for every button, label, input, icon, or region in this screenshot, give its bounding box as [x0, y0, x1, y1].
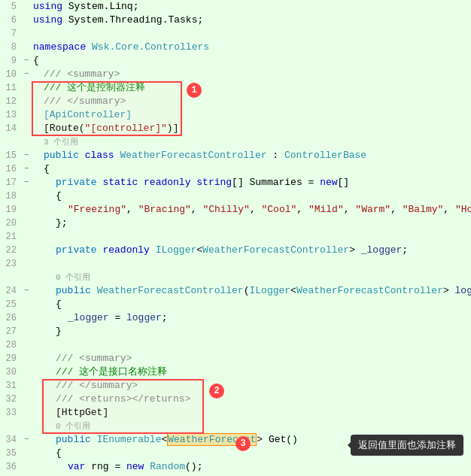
- line-num-15: 15: [0, 149, 21, 162]
- code-line-19: 19 "Freezing", "Bracing", "Chilly", "Coo…: [0, 203, 471, 217]
- code-editor: 1 2 3 返回值里面也添加注释 5 using System.Linq; 6 …: [0, 0, 471, 476]
- fold-9[interactable]: −: [21, 54, 32, 68]
- line-num-18: 18: [0, 189, 21, 203]
- ref-count-row-1: 0 个引用: [0, 420, 471, 433]
- code-line-23: 23: [0, 257, 471, 271]
- code-line-20: 20 };: [0, 217, 471, 230]
- line-num-9: 9: [0, 54, 21, 68]
- line-num-20: 20: [0, 217, 21, 230]
- code-line-13: 13 [ApiController]: [0, 108, 471, 122]
- code-line-32: 32 /// <returns></returns>: [0, 393, 471, 406]
- code-line-33: 33 [HttpGet]: [0, 406, 471, 420]
- line-num-19: 19: [0, 203, 21, 217]
- line-num-5: 5: [0, 0, 21, 14]
- line-num-11: 11: [0, 81, 21, 95]
- line-num-6: 6: [0, 14, 21, 27]
- code-line-22: 22 private readonly ILogger<WeatherForec…: [0, 244, 471, 257]
- line-num-23: 23: [0, 257, 21, 271]
- line-num-10: 10: [0, 68, 21, 81]
- code-line-24: 24 − public WeatherForecastController(IL…: [0, 284, 471, 298]
- fold-24[interactable]: −: [21, 284, 32, 298]
- code-line-26: 26 _logger = logger;: [0, 311, 471, 325]
- line-num-28: 28: [0, 338, 21, 352]
- code-line-17: 17 − private static readonly string[] Su…: [0, 176, 471, 189]
- tooltip-box: 返回值里面也添加注释: [351, 435, 463, 456]
- line-num-25: 25: [0, 298, 21, 311]
- code-line-7: 7: [0, 27, 471, 41]
- code-line-16: 16 − {: [0, 162, 471, 176]
- code-line-12: 12 /// </summary>: [0, 95, 471, 108]
- fold-34[interactable]: −: [21, 433, 32, 447]
- line-num-30: 30: [0, 365, 21, 379]
- code-line-5: 5 using System.Linq;: [0, 0, 471, 14]
- code-line-21: 21: [0, 230, 471, 244]
- line-num-12: 12: [0, 95, 21, 108]
- code-line-11: 11 /// 这个是控制器注释: [0, 81, 471, 95]
- ref-count-row: 3 个引用: [0, 135, 471, 149]
- fold-16[interactable]: −: [21, 162, 32, 176]
- fold-17[interactable]: −: [21, 176, 32, 189]
- line-num-33: 33: [0, 406, 21, 420]
- line-num-34: 34: [0, 433, 21, 447]
- line-num-32: 32: [0, 393, 21, 406]
- fold-10[interactable]: −: [21, 68, 32, 81]
- line-num-35: 35: [0, 447, 21, 460]
- code-line-8: 8 namespace Wsk.Core.Controllers: [0, 41, 471, 54]
- line-num-31: 31: [0, 379, 21, 393]
- code-line-9: 9 − {: [0, 54, 471, 68]
- line-num-27: 27: [0, 325, 21, 338]
- annotation-3: 3: [235, 436, 251, 451]
- line-num-21: 21: [0, 230, 21, 244]
- code-line-31: 31 /// </summary>: [0, 379, 471, 393]
- code-line-18: 18 {: [0, 189, 471, 203]
- code-line-25: 25 {: [0, 298, 471, 311]
- line-num-26: 26: [0, 311, 21, 325]
- line-num-17: 17: [0, 176, 21, 189]
- code-line-36: 36 var rng = new Random();: [0, 460, 471, 474]
- line-num-8: 8: [0, 41, 21, 54]
- code-line-6: 6 using System.Threading.Tasks;: [0, 14, 471, 27]
- line-num-22: 22: [0, 244, 21, 257]
- annotation-2: 2: [209, 384, 224, 399]
- code-line-15: 15 − public class WeatherForecastControl…: [0, 149, 471, 162]
- line-num-13: 13: [0, 108, 21, 122]
- code-line-30: 30 /// 这个是接口名称注释: [0, 365, 471, 379]
- line-num-36: 36: [0, 460, 21, 474]
- line-num-14: 14: [0, 122, 21, 135]
- fold-15[interactable]: −: [21, 149, 32, 162]
- code-line-14: 14 [Route("[controller]")]: [0, 122, 471, 135]
- ref-count-row-0: 0 个引用: [0, 271, 471, 284]
- code-line-28: 28: [0, 338, 471, 352]
- line-num-24: 24: [0, 284, 21, 298]
- line-num-7: 7: [0, 27, 21, 41]
- code-line-29: 29 /// <summary>: [0, 352, 471, 365]
- annotation-1: 1: [187, 83, 202, 98]
- code-line-27: 27 }: [0, 325, 471, 338]
- line-num-16: 16: [0, 162, 21, 176]
- code-line-10: 10 − /// <summary>: [0, 68, 471, 81]
- line-num-29: 29: [0, 352, 21, 365]
